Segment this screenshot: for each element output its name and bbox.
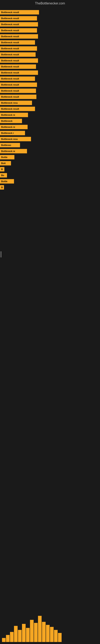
bottleneck-bar-7: Bottleneck result	[0, 46, 37, 51]
bottleneck-bar-17: Bottleneck result	[0, 107, 35, 111]
bottleneck-bar-15: Bottleneck result	[0, 94, 36, 99]
bottleneck-bar-1: Bottleneck result	[0, 10, 39, 14]
bottleneck-bar-29: Bottle	[0, 179, 14, 184]
chart-bar-12	[50, 627, 53, 642]
bottleneck-bar-30: B	[0, 185, 4, 190]
bottleneck-bar-24: Bottleneck re	[0, 149, 27, 153]
bar-row-29: Bottle	[0, 179, 100, 184]
bar-row-22: Bottleneck resu	[0, 136, 100, 142]
bottleneck-bar-19: Bottleneck	[0, 119, 22, 123]
bar-row-19: Bottleneck	[0, 118, 100, 124]
chart-bar-7	[30, 620, 34, 642]
chart-bar-11	[46, 625, 50, 642]
bottleneck-bar-27: B	[0, 167, 4, 172]
site-title: TheBottlenecker.com	[0, 0, 100, 7]
bottleneck-bar-4: Bottleneck result	[0, 28, 37, 32]
bar-row-13: Bottleneck result	[0, 82, 100, 87]
bottleneck-bar-3: Bottleneck result	[0, 22, 38, 26]
bottleneck-bar-20: Bottleneck re	[0, 125, 28, 129]
chart-area	[2, 616, 62, 642]
bar-row-5: Bottleneck result	[0, 34, 100, 39]
bar-row-4: Bottleneck result	[0, 28, 100, 33]
bar-row-3: Bottleneck result	[0, 22, 100, 27]
bar-row-17: Bottleneck result	[0, 106, 100, 112]
bar-row-12: Bottleneck result	[0, 76, 100, 81]
bottleneck-bar-11: Bottleneck result	[0, 70, 38, 75]
bottleneck-bar-28: Bo	[0, 173, 7, 178]
chart-bar-0	[2, 638, 6, 642]
bar-row-14: Bottleneck result	[0, 88, 100, 94]
bottleneck-bar-14: Bottleneck result	[0, 88, 36, 93]
chart-bar-14	[58, 633, 62, 642]
bar-row-11: Bottleneck result	[0, 70, 100, 75]
bottleneck-bar-26: Bott	[0, 161, 11, 166]
bottleneck-bar-8: Bottleneck result	[0, 52, 36, 57]
bar-row-28: Bo	[0, 173, 100, 178]
bar-row-7: Bottleneck result	[0, 46, 100, 51]
bar-row-2: Bottleneck result	[0, 16, 100, 21]
bar-row-26: Bott	[0, 160, 100, 166]
bar-row-24: Bottleneck re	[0, 148, 100, 154]
bar-row-9: Bottleneck result	[0, 58, 100, 63]
bottleneck-bar-22: Bottleneck resu	[0, 137, 31, 141]
bottleneck-bar-18: Bottleneck re	[0, 113, 28, 117]
chart-bar-13	[54, 630, 58, 642]
chart-bar-4	[18, 630, 22, 642]
bars-container: Bottleneck resultBottleneck resultBottle…	[0, 7, 100, 193]
bar-row-20: Bottleneck re	[0, 124, 100, 130]
bottleneck-bar-12: Bottleneck result	[0, 76, 35, 81]
chart-bar-8	[34, 623, 38, 642]
bar-row-30: B	[0, 185, 100, 190]
bar-row-8: Bottleneck result	[0, 52, 100, 57]
bar-row-1: Bottleneck result	[0, 10, 100, 15]
bar-row-10: Bottleneck result	[0, 64, 100, 69]
bottleneck-bar-5: Bottleneck result	[0, 34, 38, 39]
chart-bar-6	[26, 628, 30, 642]
bar-row-23: Bottlenec	[0, 142, 100, 148]
chart-bar-10	[42, 622, 46, 642]
bar-row-25: Bottle	[0, 154, 100, 160]
cursor-indicator	[1, 251, 1, 258]
chart-bar-1	[6, 635, 10, 642]
chart-bar-9	[38, 616, 42, 642]
bar-row-27: B	[0, 167, 100, 172]
bottleneck-bar-9: Bottleneck result	[0, 58, 38, 63]
bar-row-21: Bottleneck r	[0, 130, 100, 136]
bar-row-6: Bottleneck result	[0, 40, 100, 45]
bottleneck-bar-23: Bottlenec	[0, 143, 20, 147]
bar-row-16: Bottleneck resu	[0, 100, 100, 106]
bottleneck-bar-25: Bottle	[0, 155, 14, 160]
bottleneck-bar-13: Bottleneck result	[0, 82, 37, 87]
chart-bar-5	[22, 624, 26, 642]
bottleneck-bar-16: Bottleneck resu	[0, 100, 32, 105]
bottleneck-bar-10: Bottleneck result	[0, 64, 36, 69]
bottleneck-bar-21: Bottleneck r	[0, 131, 25, 135]
bottleneck-bar-6: Bottleneck result	[0, 40, 35, 45]
bottleneck-bar-2: Bottleneck result	[0, 16, 37, 20]
chart-bar-3	[14, 626, 18, 642]
bar-row-18: Bottleneck re	[0, 112, 100, 118]
chart-bar-2	[10, 632, 14, 642]
bar-row-15: Bottleneck result	[0, 94, 100, 100]
